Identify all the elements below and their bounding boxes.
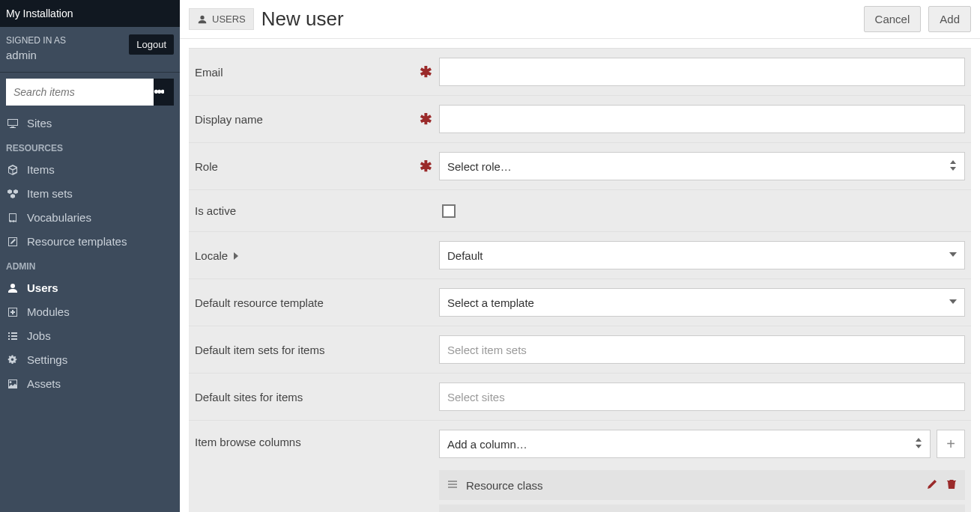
list-icon	[6, 329, 19, 343]
columns-list: Resource class Owner Created	[439, 470, 965, 512]
main: USERS New user Cancel Add Email ✱ Displa…	[180, 0, 980, 512]
row-browse-columns: Item browse columns ✱ Add a column… +	[189, 420, 971, 512]
pencil-square-icon	[6, 235, 19, 249]
required-asterisk: ✱	[420, 110, 432, 128]
drag-handle-icon[interactable]	[447, 478, 459, 493]
row-display-name: Display name ✱	[189, 95, 971, 142]
add-button[interactable]: Add	[928, 6, 971, 32]
sort-caret-icon	[949, 160, 957, 173]
sidebar: My Installation SIGNED IN AS admin Logou…	[0, 0, 180, 512]
default-template-value: Select a template	[447, 296, 534, 309]
form-area: Email ✱ Display name ✱ Role ✱ Select rol…	[180, 39, 980, 512]
nav-vocabularies[interactable]: Vocabularies	[0, 206, 180, 230]
nav-label: Vocabularies	[27, 211, 91, 224]
is-active-checkbox[interactable]	[442, 204, 456, 218]
nav-label: Items	[27, 163, 55, 176]
page-title: New user	[261, 7, 344, 31]
delete-column-button[interactable]	[946, 478, 958, 493]
label-locale: Locale	[195, 249, 420, 262]
default-item-sets-input[interactable]	[439, 335, 965, 364]
label-display-name: Display name	[195, 113, 420, 126]
row-locale: Locale ✱ Default	[189, 231, 971, 278]
add-column-button[interactable]: +	[937, 430, 965, 458]
locale-value: Default	[447, 249, 483, 262]
caret-down-icon	[949, 249, 957, 262]
nav-users[interactable]: Users	[0, 276, 180, 300]
required-asterisk: ✱	[420, 63, 432, 81]
auth-block: SIGNED IN AS admin Logout	[0, 27, 180, 73]
row-is-active: Is active ✱	[189, 189, 971, 231]
cancel-button[interactable]: Cancel	[864, 6, 922, 32]
add-column-placeholder: Add a column…	[447, 438, 527, 451]
sort-caret-icon	[915, 438, 922, 451]
nav-label: Settings	[27, 353, 67, 366]
display-name-input[interactable]	[439, 105, 965, 133]
user-icon	[6, 281, 19, 295]
label-default-item-sets: Default item sets for items	[195, 344, 420, 356]
caret-down-icon	[949, 296, 957, 309]
book-icon	[6, 211, 19, 225]
breadcrumb-label: USERS	[212, 13, 246, 25]
section-admin-header: ADMIN	[0, 254, 180, 276]
nav-label: Item sets	[27, 187, 73, 200]
nav-label: Resource templates	[27, 235, 127, 248]
search-input[interactable]	[6, 79, 154, 106]
label-is-active: Is active	[195, 204, 420, 217]
label-default-sites: Default sites for items	[195, 391, 420, 403]
column-add-row: Add a column… +	[439, 430, 965, 458]
section-resources-header: RESOURCES	[0, 135, 180, 158]
nav-settings[interactable]: Settings	[0, 348, 180, 372]
required-asterisk: ✱	[420, 157, 432, 175]
search-more-button[interactable]: •••	[154, 79, 164, 106]
label-browse-columns: Item browse columns	[195, 430, 420, 448]
gears-icon	[6, 353, 19, 367]
nav-resource-templates[interactable]: Resource templates	[0, 230, 180, 254]
nav-sites[interactable]: Sites	[0, 112, 180, 135]
role-select[interactable]: Select role…	[439, 152, 965, 180]
monitor-icon	[6, 117, 19, 130]
signed-in-user[interactable]: admin	[6, 47, 66, 63]
logout-button[interactable]: Logout	[129, 34, 174, 55]
nav-label: Assets	[27, 377, 61, 390]
page-header: USERS New user Cancel Add	[180, 0, 980, 39]
nav-assets[interactable]: Assets	[0, 372, 180, 396]
column-chip: Resource class	[439, 470, 965, 500]
nav-label: Users	[27, 281, 58, 294]
nav-modules[interactable]: Modules	[0, 300, 180, 324]
label-default-template: Default resource template	[195, 296, 420, 309]
column-chip: Owner	[439, 505, 965, 512]
label-email: Email	[195, 66, 420, 79]
column-label: Resource class	[466, 479, 919, 492]
row-default-item-sets: Default item sets for items ✱	[189, 326, 971, 373]
row-default-template: Default resource template ✱ Select a tem…	[189, 278, 971, 326]
row-role: Role ✱ Select role…	[189, 142, 971, 189]
nav-jobs[interactable]: Jobs	[0, 324, 180, 348]
signed-in-label: SIGNED IN AS	[6, 34, 66, 47]
caret-right-icon[interactable]	[232, 249, 240, 262]
nav-items[interactable]: Items	[0, 158, 180, 182]
breadcrumb[interactable]: USERS	[189, 8, 254, 30]
email-input[interactable]	[439, 58, 965, 86]
nav-label: Jobs	[27, 329, 51, 342]
default-template-select[interactable]: Select a template	[439, 288, 965, 317]
search-row: •••	[0, 73, 180, 112]
add-column-select[interactable]: Add a column…	[439, 430, 931, 458]
row-email: Email ✱	[189, 48, 971, 95]
image-icon	[6, 377, 19, 391]
edit-column-button[interactable]	[926, 478, 938, 493]
app-title[interactable]: My Installation	[0, 0, 180, 27]
plus-square-icon	[6, 305, 19, 319]
plus-icon: +	[946, 436, 955, 453]
nav-label: Modules	[27, 305, 70, 318]
cube-icon	[6, 163, 19, 177]
label-role: Role	[195, 160, 420, 173]
ellipsis-icon: •••	[154, 84, 163, 100]
role-select-value: Select role…	[447, 160, 512, 173]
cubes-icon	[6, 187, 19, 201]
default-sites-input[interactable]	[439, 383, 965, 411]
auth-text: SIGNED IN AS admin	[6, 34, 66, 63]
nav-item-sets[interactable]: Item sets	[0, 182, 180, 206]
search-button[interactable]	[164, 79, 175, 106]
locale-select[interactable]: Default	[439, 241, 965, 269]
user-icon	[197, 14, 208, 25]
